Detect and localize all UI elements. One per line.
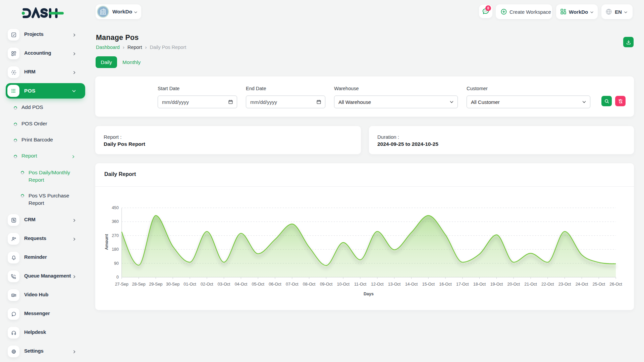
svg-text:0: 0 (116, 275, 119, 280)
svg-text:10-Oct: 10-Oct (337, 282, 350, 287)
svg-text:19-Oct: 19-Oct (490, 282, 503, 287)
svg-text:14-Oct: 14-Oct (405, 282, 418, 287)
svg-text:270: 270 (112, 233, 119, 238)
svg-text:08-Oct: 08-Oct (303, 282, 316, 287)
svg-text:04-Oct: 04-Oct (235, 282, 248, 287)
svg-text:13-Oct: 13-Oct (388, 282, 401, 287)
svg-text:12-Oct: 12-Oct (371, 282, 384, 287)
svg-text:15-Oct: 15-Oct (422, 282, 435, 287)
svg-text:29-Sep: 29-Sep (149, 282, 162, 287)
svg-text:11-Oct: 11-Oct (354, 282, 367, 287)
svg-text:03-Oct: 03-Oct (218, 282, 230, 287)
svg-text:30-Sep: 30-Sep (166, 282, 179, 287)
svg-text:16-Oct: 16-Oct (439, 282, 452, 287)
svg-text:09-Oct: 09-Oct (320, 282, 333, 287)
svg-text:01-Oct: 01-Oct (183, 282, 196, 287)
svg-text:27-Sep: 27-Sep (115, 282, 128, 287)
svg-text:20-Oct: 20-Oct (507, 282, 520, 287)
svg-text:06-Oct: 06-Oct (269, 282, 281, 287)
svg-text:21-Oct: 21-Oct (524, 282, 537, 287)
svg-text:26-Oct: 26-Oct (609, 282, 622, 287)
svg-text:360: 360 (112, 219, 119, 224)
svg-text:Amount: Amount (104, 234, 109, 250)
svg-text:22-Oct: 22-Oct (541, 282, 554, 287)
svg-text:Days: Days (364, 292, 374, 296)
svg-text:28-Sep: 28-Sep (132, 282, 145, 287)
svg-text:05-Oct: 05-Oct (252, 282, 264, 287)
svg-text:90: 90 (114, 261, 119, 266)
svg-text:18-Oct: 18-Oct (473, 282, 486, 287)
svg-text:25-Oct: 25-Oct (592, 282, 605, 287)
svg-text:23-Oct: 23-Oct (558, 282, 571, 287)
svg-text:17-Oct: 17-Oct (456, 282, 469, 287)
svg-text:07-Oct: 07-Oct (286, 282, 299, 287)
svg-text:02-Oct: 02-Oct (201, 282, 213, 287)
svg-text:180: 180 (112, 247, 119, 252)
svg-text:24-Oct: 24-Oct (576, 282, 588, 287)
svg-text:450: 450 (112, 205, 119, 210)
